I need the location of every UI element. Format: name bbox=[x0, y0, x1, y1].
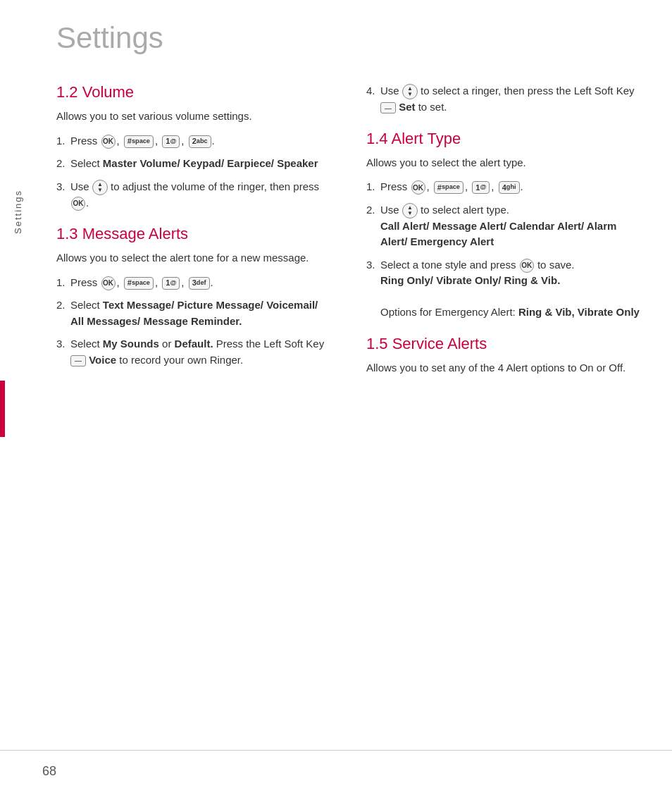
step-num: 4. bbox=[366, 83, 380, 99]
sidebar-label: Settings bbox=[13, 183, 23, 241]
bold-text: Text Message/ Picture Message/ Voicemail… bbox=[70, 299, 318, 327]
right-column: 4. Use ▲▼ to select a ringer, then press… bbox=[352, 69, 644, 384]
sidebar-accent-bar bbox=[0, 381, 5, 437]
section-volume: 1.2 Volume Allows you to set various vol… bbox=[56, 83, 331, 211]
step-content: Use ▲▼ to adjust the volume of the ringe… bbox=[70, 179, 331, 211]
section-alert-type: 1.4 Alert Type Allows you to select the … bbox=[366, 130, 644, 321]
ok-button-icon: OK bbox=[101, 276, 116, 290]
nav-icon: ▲▼ bbox=[402, 84, 418, 99]
step-num: 2. bbox=[56, 156, 70, 172]
ring-options-bold: Ring Only/ Vibrate Only/ Ring & Vib. bbox=[380, 274, 560, 286]
hash-button-icon: #space bbox=[124, 277, 154, 290]
step-content: Select Master Volume/ Keypad/ Earpiece/ … bbox=[70, 156, 331, 172]
step-content: Use ▲▼ to select alert type. Call Alert/… bbox=[380, 202, 644, 250]
section-volume-title: 1.2 Volume bbox=[56, 83, 331, 101]
page-number: 68 bbox=[42, 764, 56, 779]
alert-step-2: 2. Use ▲▼ to select alert type. Call Ale… bbox=[366, 202, 644, 250]
alert-step-1: 1. Press OK, #space, 1@, 4ghi. bbox=[366, 179, 644, 195]
section-service-alerts-title: 1.5 Service Alerts bbox=[366, 335, 644, 353]
msg-step-3: 3. Select My Sounds or Default. Press th… bbox=[56, 336, 331, 368]
softkey-icon: — bbox=[70, 355, 86, 366]
volume-step-3: 3. Use ▲▼ to adjust the volume of the ri… bbox=[56, 179, 331, 211]
step-content: Press OK, #space, 1@, 2abc. bbox=[70, 133, 331, 149]
step-content: Select My Sounds or Default. Press the L… bbox=[70, 336, 331, 368]
msg-step-1: 1. Press OK, #space, 1@, 3def. bbox=[56, 275, 331, 291]
key4-icon: 4ghi bbox=[499, 181, 520, 194]
ok-button-icon: OK bbox=[101, 135, 116, 149]
step-num: 3. bbox=[56, 179, 70, 195]
emergency-options-bold: Ring & Vib, Vibrate Only bbox=[518, 306, 640, 318]
step-num: 1. bbox=[366, 179, 380, 195]
key3-icon: 3def bbox=[189, 277, 210, 290]
step-content: Select Text Message/ Picture Message/ Vo… bbox=[70, 297, 331, 329]
step-content: Use ▲▼ to select a ringer, then press th… bbox=[380, 83, 644, 116]
step-num: 1. bbox=[56, 133, 70, 149]
hash-button-icon: #space bbox=[434, 181, 463, 194]
sidebar: Settings bbox=[0, 141, 35, 282]
section-volume-desc: Allows you to set various volume setting… bbox=[56, 109, 331, 125]
section-service-alerts-desc: Allows you to set any of the 4 Alert opt… bbox=[366, 360, 644, 376]
section-message-alerts-desc: Allows you to select the alert tone for … bbox=[56, 250, 331, 266]
content-area: 1.2 Volume Allows you to set various vol… bbox=[0, 69, 672, 384]
voice-label: Voice bbox=[89, 354, 116, 366]
bold-text: My Sounds bbox=[103, 338, 159, 350]
section-alert-type-title: 1.4 Alert Type bbox=[366, 130, 644, 148]
step-content: Press OK, #space, 1@, 3def. bbox=[70, 275, 331, 291]
step-num: 2. bbox=[56, 297, 70, 314]
key1-icon: 1@ bbox=[162, 277, 180, 290]
hash-button-icon: #space bbox=[124, 135, 154, 148]
softkey-icon: — bbox=[380, 102, 396, 113]
bold-text: Master Volume/ Keypad/ Earpiece/ Speaker bbox=[103, 157, 318, 169]
key1-icon: 1@ bbox=[162, 135, 180, 148]
step-num: 1. bbox=[56, 275, 70, 291]
msg-step-2: 2. Select Text Message/ Picture Message/… bbox=[56, 297, 331, 329]
step-num: 2. bbox=[366, 202, 380, 218]
section-service-alerts: 1.5 Service Alerts Allows you to set any… bbox=[366, 335, 644, 376]
step-content: Press OK, #space, 1@, 4ghi. bbox=[380, 179, 644, 195]
step-content: Select a tone style and press OK to save… bbox=[380, 257, 644, 321]
section-message-alerts-title: 1.3 Message Alerts bbox=[56, 225, 331, 243]
alert-step-3: 3. Select a tone style and press OK to s… bbox=[366, 257, 644, 321]
nav-icon: ▲▼ bbox=[92, 180, 108, 195]
page-title: Settings bbox=[0, 0, 672, 69]
key1-icon: 1@ bbox=[472, 181, 490, 194]
step-num: 3. bbox=[366, 257, 380, 273]
volume-step-2: 2. Select Master Volume/ Keypad/ Earpiec… bbox=[56, 156, 331, 172]
ringer-step-4: 4. Use ▲▼ to select a ringer, then press… bbox=[366, 83, 644, 116]
step-num: 3. bbox=[56, 336, 70, 352]
nav-icon: ▲▼ bbox=[402, 203, 418, 218]
emergency-options-plain: Options for Emergency Alert: bbox=[380, 306, 518, 318]
section-alert-type-desc: Allows you to select the alert type. bbox=[366, 155, 644, 171]
ok-button-icon: OK bbox=[411, 180, 425, 195]
ok-button-icon: OK bbox=[520, 259, 534, 273]
ok-button-icon: OK bbox=[71, 197, 85, 211]
alert-types-bold: Call Alert/ Message Alert/ Calendar Aler… bbox=[380, 220, 616, 248]
left-column: 1.2 Volume Allows you to set various vol… bbox=[56, 69, 352, 384]
bottom-divider bbox=[0, 750, 672, 751]
volume-step-1: 1. Press OK, #space, 1@, 2abc. bbox=[56, 133, 331, 149]
set-label: Set bbox=[399, 101, 415, 113]
ringer-step-4-content: 4. Use ▲▼ to select a ringer, then press… bbox=[366, 83, 644, 116]
key2-icon: 2abc bbox=[189, 135, 211, 148]
section-message-alerts: 1.3 Message Alerts Allows you to select … bbox=[56, 225, 331, 368]
bold-text: Default. bbox=[175, 338, 213, 350]
